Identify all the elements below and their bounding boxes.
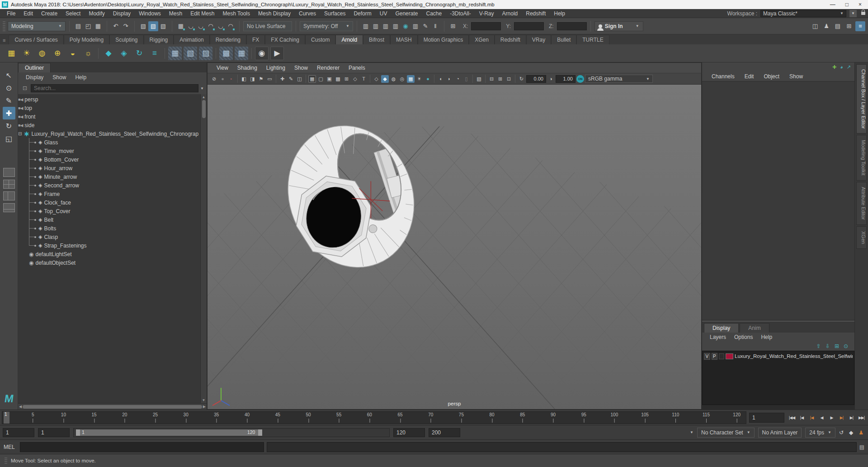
anim-layer-select[interactable]: No Anim Layer <box>758 428 802 438</box>
exposure-field[interactable]: 0.00 <box>526 75 546 83</box>
sign-in-button[interactable]: Sign In ▼ <box>594 21 643 31</box>
menu-uv[interactable]: UV <box>376 10 392 17</box>
textured-icon[interactable]: ◍ <box>390 75 397 83</box>
close-button[interactable]: × <box>859 1 862 8</box>
ai-tx-convert-icon[interactable]: ▦ <box>235 47 248 60</box>
renderer-off-icon[interactable]: ⊘ <box>210 75 218 83</box>
menu-file[interactable]: File <box>3 10 19 17</box>
current-frame-marker[interactable]: 1 <box>4 412 9 424</box>
outliner-item-defaultlightset[interactable]: ◉defaultLightSet <box>18 250 200 258</box>
menu-help[interactable]: Help <box>550 10 569 17</box>
layer-editor-tab-display[interactable]: Display <box>704 323 739 333</box>
select-tool[interactable]: ↖ <box>3 69 15 81</box>
sidebar-tab-attribute-editor[interactable]: Attribute Editor <box>856 182 867 225</box>
outliner-item-side[interactable]: ■◀side <box>18 121 200 129</box>
layer-display-type-box[interactable] <box>719 353 724 359</box>
chevron-down-icon[interactable]: ▼ <box>200 86 204 91</box>
safe-title-icon[interactable]: T <box>360 75 368 83</box>
select-camera-icon[interactable]: ◧ <box>240 75 248 83</box>
outliner-item-bottom-cover[interactable]: ◈Bottom_Cover <box>18 155 200 164</box>
shelf-tab-mash[interactable]: MASH <box>390 35 418 44</box>
outliner-item-top-cover[interactable]: ◈Top_Cover <box>18 207 200 215</box>
image-plane-icon[interactable]: ▭ <box>266 75 274 83</box>
outliner-search-input[interactable] <box>31 84 198 92</box>
modeling-toolkit-toggle-icon[interactable]: ◫ <box>810 21 820 31</box>
arnold-render-view-icon[interactable]: ◉ <box>255 47 269 60</box>
snap-to-projected-center-icon[interactable]: ◠ <box>206 21 216 31</box>
outliner-tab[interactable]: Outliner <box>18 63 51 72</box>
saved-layout-icon[interactable]: ⊡ <box>505 75 513 83</box>
layer-row[interactable]: V P Luxury_Royal_Watch_Red_Stainless_Ste… <box>703 351 854 361</box>
attribute-editor-toggle-icon[interactable]: ▤ <box>833 21 843 31</box>
graph-editor-icon[interactable]: ↗ <box>847 64 851 70</box>
menu-select[interactable]: Select <box>61 10 85 17</box>
empty-layer-icon[interactable]: ⊞ <box>835 343 839 349</box>
shelf-tab-redshift[interactable]: Redshift <box>495 35 526 44</box>
paint-select-tool[interactable]: ✎ <box>3 94 15 107</box>
snap-to-view-planes-icon[interactable]: ◡ <box>216 21 226 31</box>
channel-box-menu-edit[interactable]: Edit <box>740 73 759 80</box>
menu-redshift[interactable]: Redshift <box>522 10 550 17</box>
menu-surfaces[interactable]: Surfaces <box>320 10 349 17</box>
viewport-menu-show[interactable]: Show <box>290 65 312 71</box>
snapshot-icon[interactable]: ● <box>219 75 226 83</box>
color-management-toggle[interactable]: ON <box>576 75 584 83</box>
step-back-frame-button[interactable]: |◀ <box>797 413 807 423</box>
character-set-select[interactable]: No Character Set ▼ <box>697 428 755 438</box>
workspace-dropdown-button[interactable]: ▼ <box>849 10 857 17</box>
ai-physical-sky-icon[interactable]: ☼ <box>81 47 95 60</box>
outliner-item-persp[interactable]: ■◀persp <box>18 95 200 104</box>
layout-persp-outliner-button[interactable] <box>3 191 15 200</box>
flush-texture-cache-icon[interactable]: ▦ <box>168 47 182 60</box>
layer-menu-layers[interactable]: Layers <box>706 334 730 340</box>
speed-state-icon[interactable]: ◕ <box>840 64 843 70</box>
rotate-tool[interactable]: ↻ <box>3 119 15 132</box>
flush-skydome-cache-icon[interactable]: ▧ <box>184 47 197 60</box>
shelf-tab-bifrost[interactable]: Bifrost <box>363 35 390 44</box>
arnold-render-icon[interactable]: ▶ <box>270 47 284 60</box>
xyz-widget-icon[interactable]: ⊞ <box>448 21 458 31</box>
outliner-menu-display[interactable]: Display <box>22 74 47 81</box>
layout-four-pane-button[interactable] <box>3 180 15 189</box>
ai-skydome-light-icon[interactable]: ☀ <box>20 47 33 60</box>
outliner-item-luxury-royal-watch-red-stainless-steel-selfwinding-chronograp[interactable]: ⊟∗Luxury_Royal_Watch_Red_Stainless_Steel… <box>18 129 200 138</box>
outliner-item-time-mover[interactable]: ◈Time_mover <box>18 147 200 155</box>
layer-playback-toggle[interactable]: P <box>712 353 718 360</box>
maximize-button[interactable]: □ <box>845 1 849 8</box>
range-slider-active-bar[interactable] <box>76 429 262 436</box>
range-start-handle[interactable] <box>76 429 80 436</box>
outliner-item-strap-fastenings[interactable]: ◈Strap_Fastenings <box>18 241 200 250</box>
safe-action-icon[interactable]: ◇ <box>351 75 359 83</box>
move-layer-up-icon[interactable]: ⇧ <box>816 343 821 349</box>
step-back-key-button[interactable]: |◀ <box>807 413 816 423</box>
shelf-tab-arnold[interactable]: Arnold <box>335 35 363 44</box>
scrollbar-thumb[interactable] <box>202 100 206 118</box>
sidebar-tab-modeling-toolkit[interactable]: Modeling Toolkit <box>856 135 867 181</box>
ai-mesh-light-icon[interactable]: ◍ <box>35 47 49 60</box>
import-snapshot-icon[interactable]: ▪ <box>227 75 235 83</box>
ipr-render-icon[interactable]: ▥ <box>371 21 381 31</box>
ai-standin-bbox-icon[interactable]: ◈ <box>117 47 131 60</box>
scroll-down-icon[interactable]: ▼ <box>202 397 206 403</box>
shelf-tab-rendering[interactable]: Rendering <box>210 35 246 44</box>
gate-mask-icon[interactable]: ▩ <box>334 75 342 83</box>
menu-deform[interactable]: Deform <box>349 10 375 17</box>
film-gate-icon[interactable]: ▢ <box>317 75 325 83</box>
outliner-item-top[interactable]: ■◀top <box>18 104 200 112</box>
shelf-menu-icon[interactable]: ≡ <box>2 38 8 44</box>
menu-edit-mesh[interactable]: Edit Mesh <box>186 10 218 17</box>
ai-texture-manager-icon[interactable]: ▩ <box>219 47 233 60</box>
menu-cache[interactable]: Cache <box>422 10 446 17</box>
x-input[interactable] <box>471 22 501 30</box>
script-editor-icon[interactable]: ▤ <box>859 444 864 450</box>
layer-visible-toggle[interactable]: V <box>704 353 710 360</box>
isolate-select-icon[interactable]: ▧ <box>475 75 483 83</box>
animation-end-field[interactable]: 200 <box>429 428 460 437</box>
shelf-tab-rigging[interactable]: Rigging <box>144 35 174 44</box>
light-editor-icon[interactable]: ▥ <box>410 21 420 31</box>
new-scene-icon[interactable]: ▤ <box>73 21 83 31</box>
symmetry-select[interactable]: Symmetry: Off ▼ <box>300 21 353 31</box>
sidebar-tab-channel-box-layer-editor[interactable]: Channel Box / Layer Editor <box>856 64 867 133</box>
menu-v-ray[interactable]: V-Ray <box>475 10 498 17</box>
gamma-field[interactable]: 1.00 <box>556 75 576 83</box>
